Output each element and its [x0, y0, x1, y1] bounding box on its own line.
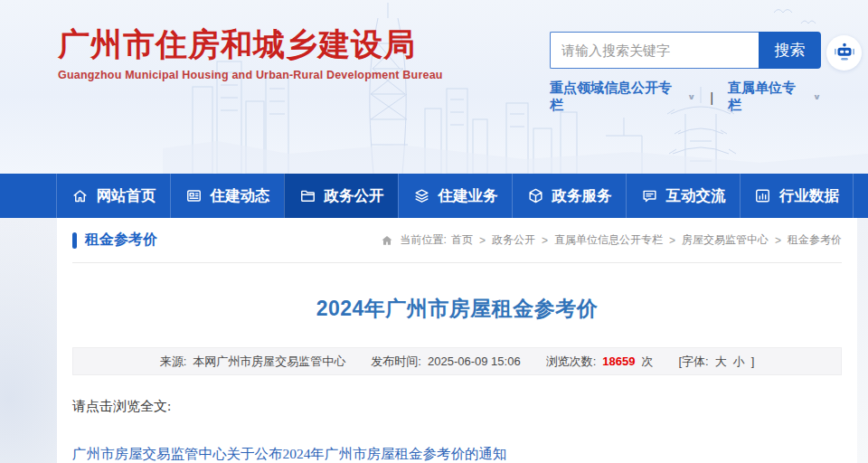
site-banner: 广州市住房和城乡建设局 Guangzhou Municipal Housing … — [0, 0, 868, 174]
layers-icon — [413, 187, 430, 204]
site-subtitle: Guangzhou Municipal Housing and Urban-Ru… — [58, 69, 443, 81]
home-icon — [71, 187, 89, 204]
chat-icon — [641, 187, 658, 204]
article-title: 2024年广州市房屋租金参考价 — [57, 295, 857, 323]
font-larger-button[interactable]: 大 — [715, 354, 727, 370]
affiliated-units-link[interactable]: 直属单位专栏 ∨ — [728, 80, 821, 114]
font-size-label: [字体: — [678, 354, 708, 370]
nav-item-housing-services[interactable]: 住建业务 — [398, 174, 512, 218]
article-panel: 租金参考价 当前位置: 首页 > 政务公开 > 直属单位信息公开专栏 > 房屋交… — [57, 218, 857, 463]
section-accent-bar — [72, 232, 77, 249]
cube-icon — [527, 187, 544, 204]
robot-chatbot-icon — [831, 40, 858, 67]
nav-item-label: 住建动态 — [211, 186, 270, 206]
nav-item-label: 政务公开 — [325, 186, 384, 206]
home-icon — [381, 234, 393, 247]
nav-item-news[interactable]: 住建动态 — [170, 174, 284, 218]
main-navigation: 网站首页 住建动态 政务公开 住建业务 政务服务 互动交流 行业数据 — [0, 174, 868, 218]
breadcrumb-item-units-column[interactable]: 直属单位信息公开专栏 — [554, 232, 663, 248]
breadcrumb: 当前位置: 首页 > 政务公开 > 直属单位信息公开专栏 > 房屋交易监管中心 … — [381, 232, 842, 248]
views-label: 浏览次数: — [546, 354, 597, 370]
quick-links-separator: | — [710, 90, 713, 105]
nav-item-government-disclosure[interactable]: 政务公开 — [284, 174, 398, 218]
search-input[interactable] — [550, 32, 759, 69]
section-title: 租金参考价 — [85, 231, 157, 250]
site-title: 广州市住房和城乡建设局 — [58, 24, 443, 65]
quick-link-label: 重点领域信息公开专栏 — [550, 80, 681, 114]
news-icon — [185, 187, 203, 204]
nav-item-label: 住建业务 — [439, 186, 498, 206]
nav-item-government-services[interactable]: 政务服务 — [512, 174, 626, 218]
folder-icon — [299, 187, 316, 204]
source-label: 来源: — [160, 354, 187, 370]
section-header: 租金参考价 — [72, 231, 157, 250]
nav-item-industry-data[interactable]: 行业数据 — [740, 174, 854, 218]
nav-item-home[interactable]: 网站首页 — [56, 174, 170, 218]
breadcrumb-separator: > — [669, 234, 675, 247]
chevron-down-icon: ∨ — [687, 92, 695, 101]
search-area: 搜索 重点领域信息公开专栏 ∨ | 直属单位专栏 ∨ — [550, 32, 821, 114]
nav-item-label: 政务服务 — [552, 186, 612, 206]
breadcrumb-separator: > — [542, 234, 548, 247]
font-size-bracket: ] — [751, 354, 755, 368]
chart-icon — [754, 187, 771, 204]
publish-time-label: 发布时间: — [371, 354, 421, 370]
header-divider — [72, 262, 842, 263]
breadcrumb-separator: > — [775, 234, 781, 247]
nav-item-label: 行业数据 — [779, 186, 839, 206]
views-unit: 次 — [641, 354, 653, 370]
nav-item-label: 网站首页 — [97, 186, 156, 206]
breadcrumb-item-current: 租金参考价 — [788, 232, 842, 248]
nav-item-interaction[interactable]: 互动交流 — [626, 174, 740, 218]
breadcrumb-item-disclosure[interactable]: 政务公开 — [492, 232, 535, 248]
nav-item-label: 互动交流 — [666, 186, 726, 206]
notice-document-link[interactable]: 广州市房屋交易监管中心关于公布2024年广州市房屋租金参考价的通知 — [72, 445, 842, 463]
font-smaller-button[interactable]: 小 — [733, 354, 745, 370]
breadcrumb-separator: > — [479, 234, 486, 247]
key-areas-disclosure-link[interactable]: 重点领域信息公开专栏 ∨ — [550, 80, 695, 114]
article-meta-bar: 来源: 本网广州市房屋交易监管中心 发布时间: 2025-06-09 15:06… — [72, 347, 842, 375]
source-value: 本网广州市房屋交易监管中心 — [193, 354, 345, 370]
search-button[interactable]: 搜索 — [759, 32, 821, 69]
quick-link-label: 直属单位专栏 — [728, 80, 807, 114]
breadcrumb-item-home[interactable]: 首页 — [451, 232, 473, 248]
publish-time-value: 2025-06-09 15:06 — [428, 354, 521, 368]
breadcrumb-item-transaction-center[interactable]: 房屋交易监管中心 — [682, 232, 769, 248]
views-count: 18659 — [602, 354, 635, 368]
site-logo: 广州市住房和城乡建设局 Guangzhou Municipal Housing … — [58, 24, 443, 81]
chevron-down-icon: ∨ — [813, 92, 821, 101]
content-area: 租金参考价 当前位置: 首页 > 政务公开 > 直属单位信息公开专栏 > 房屋交… — [0, 218, 868, 463]
breadcrumb-location-label: 当前位置: — [401, 232, 447, 248]
article-intro-text: 请点击浏览全文: — [72, 398, 842, 415]
chatbot-assistant-button[interactable] — [826, 35, 862, 71]
